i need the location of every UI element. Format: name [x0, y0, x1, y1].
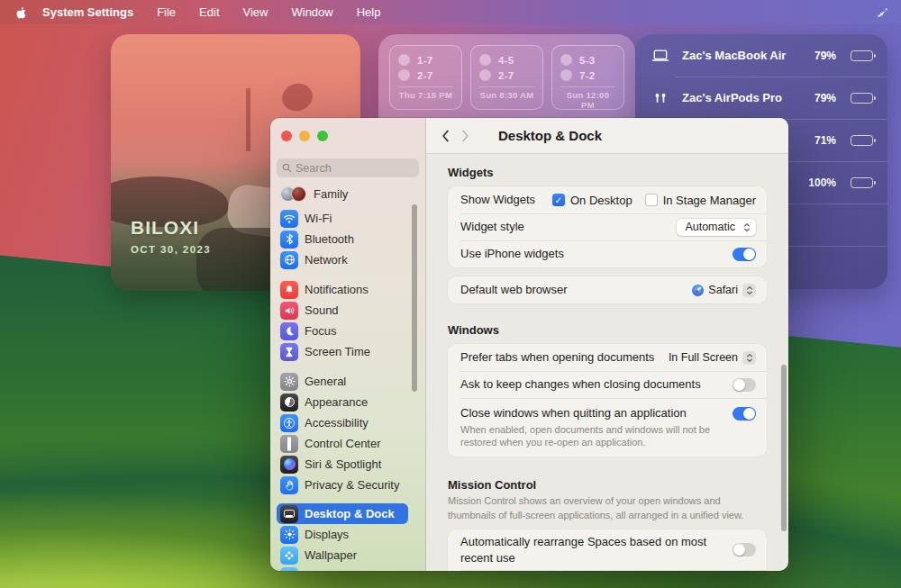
- page-title: Desktop & Dock: [498, 128, 602, 143]
- battery-level-icon: [851, 50, 873, 61]
- menu-file[interactable]: File: [157, 5, 176, 19]
- sidebar-item-control-center[interactable]: Control Center: [277, 433, 414, 454]
- widgets-group: Show Widgets ✓ On Desktop In Stage Manag…: [448, 186, 767, 267]
- sidebar-item-appearance[interactable]: Appearance: [277, 392, 414, 412]
- moon-icon: [280, 322, 298, 340]
- row-label: Widget style: [460, 219, 668, 235]
- sidebar-item-wallpaper[interactable]: Wallpaper: [277, 545, 414, 565]
- menu-window[interactable]: Window: [291, 5, 332, 19]
- close-windows-toggle[interactable]: [733, 407, 756, 421]
- brightness-icon: [280, 526, 298, 544]
- sidebar-item-sound[interactable]: Sound: [277, 300, 414, 321]
- prefer-tabs-row: Prefer tabs when opening documents In Fu…: [448, 344, 767, 371]
- section-heading-windows: Windows: [448, 323, 767, 337]
- sidebar-item-label: Wi-Fi: [305, 212, 332, 225]
- flower-icon: [280, 547, 298, 565]
- team-logo-icon: [560, 54, 572, 66]
- team-record: 7-2: [579, 70, 596, 81]
- sidebar-item-notifications[interactable]: Notifications: [277, 279, 414, 300]
- game-card[interactable]: 1-7 2-7 Thu 7:15 PM: [389, 45, 462, 110]
- sidebar-item-screen-time[interactable]: Screen Time: [277, 341, 414, 362]
- sidebar-scrollbar[interactable]: [412, 204, 417, 392]
- close-button[interactable]: [281, 131, 292, 141]
- battery-row[interactable]: Zac's MacBook Air 79%: [635, 34, 887, 77]
- settings-content: Widgets Show Widgets ✓ On Desktop In Sta…: [426, 155, 788, 571]
- rearrange-spaces-toggle[interactable]: [733, 543, 756, 556]
- screen: System Settings File Edit View Window He…: [0, 0, 901, 588]
- team-logo-icon: [560, 69, 572, 81]
- use-iphone-widgets-toggle[interactable]: [733, 248, 756, 261]
- family-avatars: [280, 186, 307, 202]
- photo-caption: BILOXI OCT 30, 2023: [131, 217, 211, 255]
- sidebar-item-wifi[interactable]: Wi-Fi: [277, 208, 414, 229]
- team-record: 4-5: [498, 55, 514, 66]
- sidebar-item-accessibility[interactable]: Accessibility: [277, 412, 414, 433]
- sidebar-item-siri-spotlight[interactable]: Siri & Spotlight: [277, 454, 414, 475]
- menu-edit[interactable]: Edit: [199, 5, 219, 19]
- iphone-widgets-row: Use iPhone widgets: [448, 240, 767, 267]
- sidebar-item-label: Bluetooth: [305, 232, 354, 246]
- search-input[interactable]: [296, 162, 404, 175]
- hourglass-icon: [280, 343, 298, 361]
- sidebar-item-desktop-dock[interactable]: Desktop & Dock: [277, 503, 408, 524]
- select-value: Automatic: [685, 221, 735, 233]
- row-label: Ask to keep changes when closing documen…: [460, 376, 724, 393]
- mission-control-group: Automatically rearrange Spaces based on …: [448, 529, 767, 571]
- battery-row[interactable]: Zac's AirPods Pro 79%: [635, 77, 887, 119]
- menu-bar: System Settings File Edit View Window He…: [0, 0, 901, 24]
- row-label: Use iPhone widgets: [460, 246, 724, 262]
- minimize-button[interactable]: [299, 131, 310, 141]
- sidebar-item-focus[interactable]: Focus: [277, 321, 414, 341]
- sidebar-item-family[interactable]: Family: [277, 183, 348, 204]
- game-card[interactable]: 4-5 2-7 Sun 8:30 AM: [470, 45, 543, 110]
- sidebar-item-label: Family: [314, 187, 348, 201]
- appearance-icon: [280, 394, 298, 412]
- desktop-dock-icon: [280, 505, 298, 523]
- sidebar-item-network[interactable]: Network: [277, 249, 414, 270]
- prefer-tabs-select[interactable]: In Full Screen: [669, 351, 756, 365]
- active-app-name[interactable]: System Settings: [42, 5, 133, 19]
- sidebar-item-label: Privacy & Security: [305, 478, 399, 492]
- zoom-button[interactable]: [317, 131, 328, 141]
- team-record: 1-7: [417, 55, 433, 66]
- section-heading-mission-control: Mission Control: [448, 478, 767, 492]
- sidebar-item-screen-saver[interactable]: Screen Saver: [277, 565, 414, 571]
- on-desktop-label: On Desktop: [570, 194, 633, 207]
- sidebar-item-privacy-security[interactable]: Privacy & Security: [277, 475, 414, 495]
- close-windows-row: Close windows when quitting an applicati…: [448, 398, 767, 457]
- apple-menu-icon[interactable]: [14, 5, 26, 19]
- ask-keep-changes-toggle[interactable]: [733, 378, 756, 392]
- default-browser-select[interactable]: Safari: [692, 284, 756, 297]
- menu-help[interactable]: Help: [357, 5, 381, 19]
- battery-percent: 79%: [815, 50, 836, 62]
- sidebar-item-label: Wallpaper: [305, 548, 357, 562]
- game-time: Sun 8:30 AM: [479, 86, 534, 100]
- sidebar-item-bluetooth[interactable]: Bluetooth: [277, 229, 414, 249]
- game-card[interactable]: 5-3 7-2 Sun 12:00 PM: [551, 45, 624, 110]
- on-desktop-checkbox[interactable]: ✓: [552, 194, 565, 206]
- sidebar-item-label: Focus: [305, 324, 336, 338]
- widget-style-select[interactable]: Automatic: [677, 219, 756, 236]
- in-stage-manager-checkbox[interactable]: [645, 194, 658, 206]
- back-button[interactable]: [435, 129, 455, 143]
- wifi-icon: [280, 210, 298, 228]
- settings-sidebar: Family Wi-Fi Bluetooth Network: [270, 118, 426, 571]
- sidebar-item-displays[interactable]: Displays: [277, 524, 414, 545]
- rocket-icon[interactable]: [876, 6, 888, 19]
- default-browser-row: Default web browser Safari: [448, 276, 767, 303]
- screen-saver-icon: [280, 567, 298, 572]
- gear-icon: [280, 373, 298, 391]
- in-stage-manager-label: In Stage Manager: [663, 194, 756, 207]
- forward-button[interactable]: [455, 129, 475, 143]
- team-record: 2-7: [498, 70, 514, 81]
- sidebar-item-label: Accessibility: [305, 416, 369, 430]
- menu-view[interactable]: View: [243, 5, 268, 19]
- safari-icon: [692, 285, 704, 296]
- content-scrollbar[interactable]: [781, 365, 787, 531]
- search-icon: [282, 160, 292, 176]
- row-label-text: Close windows when quitting an applicati…: [460, 406, 687, 420]
- settings-main-pane: Desktop & Dock Widgets Show Widgets ✓ On…: [426, 118, 788, 571]
- sidebar-item-general[interactable]: General: [277, 371, 414, 392]
- sidebar-search[interactable]: [277, 158, 419, 177]
- bluetooth-icon: [280, 231, 298, 249]
